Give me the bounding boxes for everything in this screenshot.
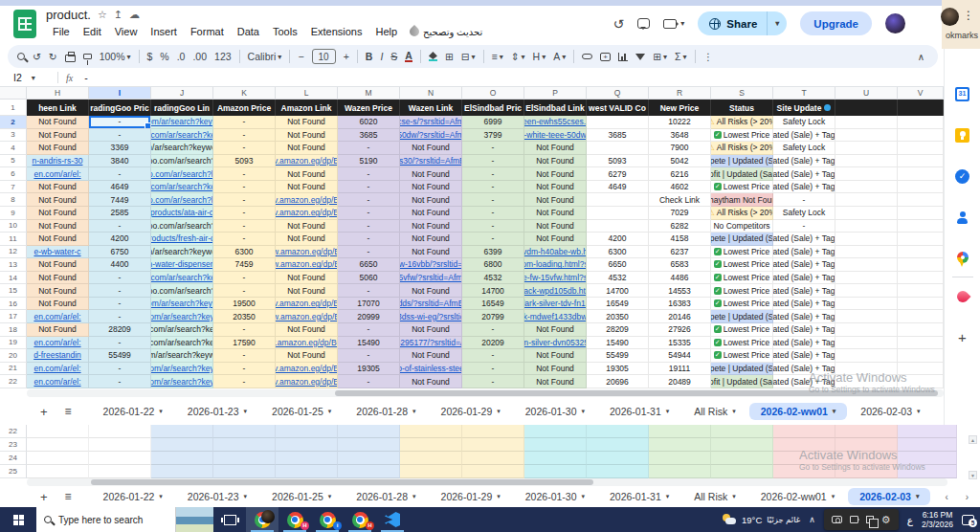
cell[interactable]	[587, 142, 649, 155]
vertical-align-button[interactable]: ⇕▾	[511, 51, 525, 62]
cell[interactable]: om/ar/search?key	[151, 363, 213, 376]
cell[interactable]: 6020	[338, 116, 400, 129]
cell[interactable]: 4486	[649, 272, 711, 285]
cell[interactable]: -	[462, 220, 524, 233]
cell[interactable]: Not Found	[400, 220, 462, 233]
cell[interactable]: en.com/ar/el:	[27, 167, 89, 181]
cell[interactable]	[276, 452, 338, 465]
row-header[interactable]: 19	[0, 337, 27, 350]
cell[interactable]: -	[213, 116, 276, 129]
paint-format-icon[interactable]	[83, 54, 92, 59]
cell-empty[interactable]	[835, 349, 898, 363]
cell[interactable]: en.com/ar/el:	[27, 337, 89, 350]
cell[interactable]: ⚠All Risks (> 20%	[711, 116, 773, 129]
row-header[interactable]: 22	[0, 425, 27, 438]
cell[interactable]: 15335	[649, 337, 711, 350]
cell[interactable]	[400, 425, 462, 438]
sheet-tab-2026-01-30[interactable]: 2026-01-30▾	[514, 488, 596, 505]
cell[interactable]: 28209	[587, 323, 649, 337]
cell[interactable]	[27, 452, 89, 465]
start-button[interactable]	[0, 507, 36, 532]
cell[interactable]	[898, 425, 957, 438]
cell[interactable]: haytham Not Four	[711, 193, 773, 207]
header-cell[interactable]: Wazen Price	[338, 100, 400, 116]
cell[interactable]	[400, 452, 462, 465]
cell[interactable]	[587, 452, 649, 465]
cell-empty[interactable]	[835, 220, 898, 233]
header-cell[interactable]: ElSindbad Pric	[462, 100, 524, 116]
cell[interactable]: e-fw-15vfw.html?s	[524, 272, 587, 285]
cell[interactable]: Not Found	[400, 181, 462, 194]
cell[interactable]: -	[213, 142, 276, 155]
cell[interactable]: 6999	[462, 116, 524, 129]
cell[interactable]	[338, 438, 400, 452]
cell-empty[interactable]	[898, 181, 944, 194]
header-cell[interactable]: Amazon Price	[213, 100, 276, 116]
horizontal-align-button[interactable]: ≡▾	[492, 51, 503, 62]
cell[interactable]: Check Link	[649, 193, 711, 207]
cell[interactable]	[835, 452, 898, 465]
cell[interactable]: 55499	[587, 349, 649, 363]
cell[interactable]: 3685	[338, 129, 400, 143]
cell[interactable]	[151, 425, 213, 438]
cell[interactable]: 50dw/?srsltid=Afm	[400, 129, 462, 143]
sheet-tab-2026-01-31[interactable]: 2026-01-31▾	[598, 403, 680, 420]
cell[interactable]: -	[213, 363, 276, 376]
cell[interactable]: Not Found	[400, 323, 462, 337]
cell[interactable]: Not Found	[400, 233, 462, 246]
cell[interactable]: 5093	[587, 155, 649, 168]
cell[interactable]: om/ar/search?keyv	[151, 298, 213, 311]
cell[interactable]: 16549	[462, 298, 524, 311]
cell[interactable]: 7449	[89, 193, 151, 207]
cell[interactable]: k-mdwef1433dbw	[524, 310, 587, 323]
cell[interactable]	[773, 438, 835, 452]
share-button[interactable]: Share	[698, 11, 767, 35]
cell-empty[interactable]	[898, 155, 944, 168]
cell[interactable]: 10222	[649, 116, 711, 129]
cell[interactable]: 17070	[338, 298, 400, 311]
cell[interactable]: 3799	[462, 129, 524, 143]
weather-widget[interactable]: 19°C غائم جزئيًا	[722, 514, 800, 525]
column-header-J[interactable]: J	[151, 87, 213, 100]
menu-item-data[interactable]: Data	[231, 24, 266, 39]
column-header-P[interactable]: P	[524, 87, 587, 100]
video-record-icon[interactable]	[850, 516, 858, 523]
cell[interactable]: 4649	[587, 181, 649, 194]
row-header[interactable]: 17	[0, 310, 27, 323]
browser-menu-icon[interactable]: ⋮	[963, 9, 974, 22]
row-header[interactable]: 23	[0, 438, 27, 452]
cell[interactable]: Not Found	[27, 220, 89, 233]
font-select[interactable]: Calibri▾	[248, 51, 282, 62]
cell[interactable]	[711, 425, 773, 438]
search-highlight-image[interactable]	[175, 507, 213, 532]
star-icon[interactable]: ☆	[98, 9, 107, 21]
cell[interactable]	[276, 425, 338, 438]
cell-empty[interactable]	[835, 233, 898, 246]
cell[interactable]: w-16vbb/?srsltid=	[400, 258, 462, 272]
sheet-tab-2026-02-03[interactable]: 2026-02-03▾	[849, 403, 931, 420]
upgrade-button[interactable]: Upgrade	[800, 11, 872, 35]
cell[interactable]: Safety Lock	[773, 207, 835, 220]
cell-empty[interactable]	[835, 155, 898, 168]
cell[interactable]: -	[338, 349, 400, 363]
cell[interactable]: 4532	[587, 272, 649, 285]
cell[interactable]	[587, 425, 649, 438]
cell[interactable]: 5vfw/?srsltid=Afm	[400, 272, 462, 285]
cell[interactable]: v.amazon.eg/dp/B	[276, 207, 338, 220]
cell[interactable]: Not Found	[524, 323, 587, 337]
percent-format-button[interactable]: %	[160, 51, 168, 62]
row-header[interactable]: 5	[0, 155, 27, 168]
header-cell[interactable]: New Price	[649, 100, 711, 116]
fill-color-button[interactable]	[429, 52, 437, 61]
cell[interactable]: -	[89, 220, 151, 233]
grid-corner[interactable]	[0, 87, 27, 100]
cell-empty[interactable]	[835, 246, 898, 259]
cell[interactable]: 7900	[649, 142, 711, 155]
cell[interactable]: ✓Lowest Price	[711, 272, 773, 285]
horizontal-scrollbar-lower[interactable]	[27, 478, 947, 486]
cell[interactable]: d-freestandin	[27, 349, 89, 363]
column-header-K[interactable]: K	[213, 87, 276, 100]
cell-empty[interactable]	[835, 310, 898, 323]
cell[interactable]: dated (Sale) + Tagg	[773, 167, 835, 181]
cell[interactable]: 3840	[89, 155, 151, 168]
